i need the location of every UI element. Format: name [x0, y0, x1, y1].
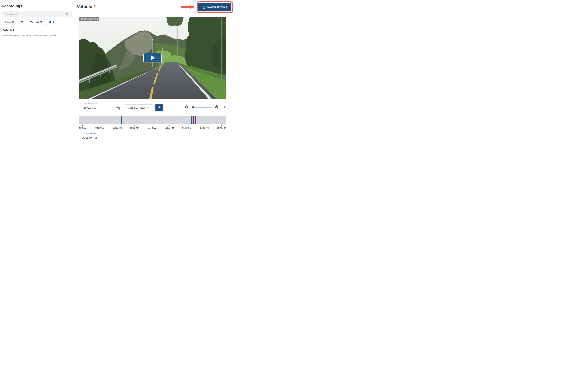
search-input[interactable]	[5, 13, 66, 15]
timeline-tick	[169, 125, 170, 126]
selected-time-field[interactable]: Selected Time	[79, 133, 226, 141]
selected-time-label: Selected Time	[84, 133, 97, 135]
annotation-arrow-icon	[181, 5, 195, 9]
calendar-icon[interactable]	[116, 106, 120, 110]
divider	[3, 39, 70, 39]
search-icon[interactable]	[66, 12, 69, 16]
timeline-recording-mark[interactable]	[121, 116, 122, 124]
timeline-tick	[82, 125, 83, 126]
zoom-in-icon[interactable]	[215, 105, 219, 110]
status-filter-dropdown[interactable]: Status: All	[2, 19, 26, 25]
timeline-zoom-slider-handle[interactable]	[192, 106, 194, 108]
timeline-recording-mark[interactable]	[196, 116, 196, 124]
recordings-page: Recordings Status: All Tags: All AZ	[0, 0, 235, 146]
video-timestamp-overlay: 6:56 PM 08/27/25	[79, 17, 99, 21]
timeline-axis: 2:33 AM03:20 AM06:06 AM08:53 AM11:40 AM0…	[79, 125, 226, 132]
timeline-edge-tick	[226, 125, 226, 126]
page-title: Vehicle 1	[77, 4, 96, 9]
tags-filter-label: Tags: All	[30, 21, 39, 23]
timeline-zoom-slider[interactable]	[193, 107, 211, 108]
sidebar: Recordings Status: All Tags: All AZ	[0, 0, 73, 146]
timeline-tick-label: 02:26 PM	[165, 127, 174, 129]
download-video-button[interactable]: Download Video	[198, 3, 231, 11]
timeline-tick-label: 2:33 AM	[79, 127, 86, 129]
timeline-tick-label: 11:40 AM	[148, 127, 156, 129]
play-button[interactable]	[143, 53, 162, 63]
selected-date-field[interactable]: Selected Date	[80, 103, 122, 111]
caret-down-icon	[21, 21, 23, 23]
camera-select-dropdown[interactable]: Camera: Road	[124, 104, 153, 111]
timeline-tick-label: 05:13 PM	[182, 127, 191, 129]
tags-filter-dropdown[interactable]: Tags: All	[28, 19, 45, 25]
selected-time-input[interactable]	[82, 136, 224, 140]
timeline-tick	[100, 125, 100, 126]
status-filter-label: Status: All	[4, 21, 14, 23]
arrow-down-icon	[52, 21, 55, 23]
timeline-tick	[135, 125, 135, 126]
timeline-tick	[221, 125, 222, 126]
selected-date-label: Selected Date	[85, 103, 98, 105]
timeline-tick-label: 08:53 AM	[130, 127, 139, 129]
camera-select-value: Camera: Road	[128, 106, 145, 109]
filter-row: Status: All Tags: All AZ	[2, 19, 56, 25]
vehicle-status-row: Location reported - less than 10 seconds…	[3, 34, 56, 37]
timeline-edge-tick	[79, 125, 79, 126]
timeline-tick	[186, 125, 187, 126]
download-video-label: Download Video	[208, 6, 227, 8]
timeline-recording-mark[interactable]	[193, 116, 193, 124]
timeline-tick-label: 08:00 PM	[200, 127, 209, 129]
sort-az-button[interactable]: AZ	[47, 19, 56, 25]
vehicle-location-status: Location reported - less than 10 seconds…	[3, 35, 47, 37]
timeline-tick	[117, 125, 117, 126]
timeline-zoom-tools: Fit	[185, 105, 227, 110]
timeline-recording-mark[interactable]	[193, 116, 194, 124]
timeline-tick-label: 06:06 AM	[113, 127, 122, 129]
play-icon	[151, 55, 155, 60]
timeline-recording-mark[interactable]	[194, 116, 195, 124]
download-clip-button[interactable]	[155, 104, 163, 112]
timeline-recording-mark[interactable]	[181, 116, 181, 124]
download-icon	[158, 105, 161, 110]
video-player[interactable]: 6:56 PM 08/27/25	[79, 17, 226, 99]
timeline-recording-mark[interactable]	[191, 116, 193, 124]
timeline-tick-label: 03:20 AM	[95, 127, 104, 129]
sidebar-title: Recordings	[2, 4, 22, 8]
download-icon	[203, 5, 206, 9]
active-status-badge: Active	[50, 35, 56, 37]
fit-button[interactable]: Fit	[222, 105, 225, 109]
search-field[interactable]	[1, 11, 72, 17]
timeline-tick	[152, 125, 152, 126]
timeline-tick	[204, 125, 204, 126]
timeline-recording-mark[interactable]	[111, 116, 111, 124]
selected-date-input[interactable]	[83, 106, 116, 110]
caret-down-icon	[40, 21, 43, 23]
sort-az-icon: AZ	[49, 21, 51, 23]
vehicle-name: Vehicle 1	[3, 29, 14, 32]
chevron-down-icon	[147, 106, 149, 109]
recording-timeline[interactable]	[79, 116, 226, 124]
timeline-tick-label: 10:46 PM	[217, 127, 226, 129]
zoom-out-icon[interactable]	[185, 105, 189, 110]
